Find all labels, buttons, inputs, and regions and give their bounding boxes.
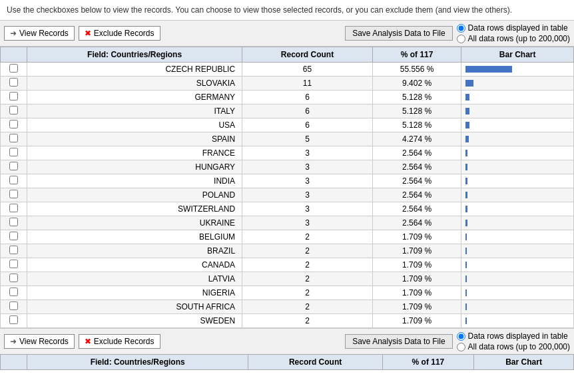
bar-visual bbox=[465, 66, 512, 73]
row-bar-cell bbox=[461, 146, 574, 160]
exclude-records-label-bottom: Exclude Records bbox=[94, 337, 154, 346]
exclude-records-button-top[interactable]: ✖ Exclude Records bbox=[79, 26, 160, 41]
row-checkbox[interactable] bbox=[9, 301, 18, 310]
bar-visual bbox=[465, 262, 467, 268]
row-count: 3 bbox=[242, 202, 373, 216]
bar-container bbox=[465, 150, 569, 156]
row-checkbox[interactable] bbox=[9, 232, 18, 240]
view-records-button-bottom[interactable]: ➜ View Records bbox=[4, 334, 75, 349]
radio-label-option1-top: Data rows displayed in table bbox=[468, 23, 568, 33]
table-row: POLAND32.564 % bbox=[1, 188, 574, 202]
save-analysis-button-bottom[interactable]: Save Analysis Data to File bbox=[345, 334, 452, 349]
bottom-col-header-count: Record Count bbox=[248, 355, 382, 370]
row-pct: 55.556 % bbox=[372, 63, 461, 77]
radio-option2-bottom[interactable]: All data rows (up to 200,000) bbox=[457, 342, 570, 351]
row-checkbox[interactable] bbox=[9, 120, 18, 128]
table-row: ITALY65.128 % bbox=[1, 104, 574, 118]
bottom-headers-table: Field: Countries/Regions Record Count % … bbox=[0, 354, 574, 370]
col-header-checkbox bbox=[1, 47, 27, 63]
row-checkbox[interactable] bbox=[9, 315, 18, 324]
row-checkbox[interactable] bbox=[9, 134, 18, 142]
row-bar-cell bbox=[461, 202, 574, 216]
row-country: BELGIUM bbox=[27, 230, 242, 244]
radio-input-option1-bottom[interactable] bbox=[457, 332, 465, 341]
row-count: 6 bbox=[242, 118, 373, 132]
bar-container bbox=[465, 234, 569, 240]
row-country: BRAZIL bbox=[27, 244, 242, 258]
bar-visual bbox=[465, 178, 467, 184]
bar-visual bbox=[465, 192, 467, 198]
row-pct: 1.709 % bbox=[372, 286, 461, 300]
bar-visual bbox=[465, 303, 467, 310]
bar-visual bbox=[465, 317, 467, 324]
row-bar-cell bbox=[461, 314, 574, 328]
row-bar-cell bbox=[461, 258, 574, 272]
row-pct: 2.564 % bbox=[372, 160, 461, 174]
row-pct: 9.402 % bbox=[372, 77, 461, 91]
data-table-container: Field: Countries/Regions Record Count % … bbox=[0, 47, 574, 328]
col-header-country: Field: Countries/Regions bbox=[27, 47, 242, 63]
row-pct: 2.564 % bbox=[372, 202, 461, 216]
row-bar-cell bbox=[461, 91, 574, 104]
row-checkbox[interactable] bbox=[9, 162, 18, 170]
row-checkbox[interactable] bbox=[9, 204, 18, 212]
row-checkbox[interactable] bbox=[9, 176, 18, 184]
bar-container bbox=[465, 290, 569, 296]
top-toolbar: ➜ View Records ✖ Exclude Records Save An… bbox=[0, 21, 574, 47]
radio-option1-bottom[interactable]: Data rows displayed in table bbox=[457, 331, 570, 341]
table-row: NIGERIA21.709 % bbox=[1, 286, 574, 300]
row-count: 3 bbox=[242, 174, 373, 188]
radio-input-option1-top[interactable] bbox=[457, 24, 465, 33]
row-bar-cell bbox=[461, 300, 574, 314]
row-count: 6 bbox=[242, 91, 373, 104]
row-bar-cell bbox=[461, 230, 574, 244]
row-checkbox-cell bbox=[1, 258, 27, 272]
row-checkbox[interactable] bbox=[9, 218, 18, 226]
row-country: UKRAINE bbox=[27, 216, 242, 230]
x-icon-top: ✖ bbox=[85, 29, 91, 38]
bar-visual bbox=[465, 248, 467, 254]
row-country: SWITZERLAND bbox=[27, 202, 242, 216]
radio-input-option2-bottom[interactable] bbox=[457, 343, 465, 351]
row-checkbox[interactable] bbox=[9, 148, 18, 156]
table-row: SWEDEN21.709 % bbox=[1, 314, 574, 328]
row-checkbox-cell bbox=[1, 314, 27, 328]
row-checkbox-cell bbox=[1, 146, 27, 160]
row-checkbox[interactable] bbox=[9, 274, 18, 282]
table-row: UKRAINE32.564 % bbox=[1, 216, 574, 230]
bar-container bbox=[465, 262, 569, 268]
bar-container bbox=[465, 108, 569, 114]
row-checkbox[interactable] bbox=[9, 92, 18, 100]
table-row: CZECH REPUBLIC6555.556 % bbox=[1, 63, 574, 77]
bottom-toolbar: ➜ View Records ✖ Exclude Records Save An… bbox=[0, 328, 574, 354]
arrow-right-icon: ➜ bbox=[10, 29, 17, 38]
radio-option1-top[interactable]: Data rows displayed in table bbox=[457, 23, 570, 33]
bar-container bbox=[465, 303, 569, 310]
save-analysis-button-top[interactable]: Save Analysis Data to File bbox=[345, 26, 452, 41]
row-checkbox[interactable] bbox=[9, 64, 18, 73]
bottom-col-header-checkbox bbox=[1, 355, 27, 370]
row-count: 2 bbox=[242, 300, 373, 314]
row-count: 2 bbox=[242, 286, 373, 300]
radio-option2-top[interactable]: All data rows (up to 200,000) bbox=[457, 34, 570, 43]
row-checkbox[interactable] bbox=[9, 288, 18, 296]
row-bar-cell bbox=[461, 118, 574, 132]
row-checkbox-cell bbox=[1, 188, 27, 202]
row-checkbox[interactable] bbox=[9, 106, 18, 114]
exclude-records-button-bottom[interactable]: ✖ Exclude Records bbox=[79, 334, 160, 349]
row-checkbox[interactable] bbox=[9, 246, 18, 254]
row-bar-cell bbox=[461, 77, 574, 91]
bottom-col-header-pct: % of 117 bbox=[382, 355, 473, 370]
info-text: Use the checkboxes below to view the rec… bbox=[0, 0, 574, 21]
bar-container bbox=[465, 164, 569, 170]
view-records-button-top[interactable]: ➜ View Records bbox=[4, 26, 75, 41]
bottom-table-header: Field: Countries/Regions Record Count % … bbox=[1, 355, 574, 370]
row-checkbox[interactable] bbox=[9, 260, 18, 268]
row-country: NIGERIA bbox=[27, 286, 242, 300]
row-checkbox[interactable] bbox=[9, 78, 18, 87]
bar-container bbox=[465, 220, 569, 226]
row-checkbox[interactable] bbox=[9, 190, 18, 198]
radio-input-option2-top[interactable] bbox=[457, 35, 465, 43]
radio-label-option2-bottom: All data rows (up to 200,000) bbox=[468, 342, 570, 351]
view-records-label-bottom: View Records bbox=[19, 337, 69, 346]
